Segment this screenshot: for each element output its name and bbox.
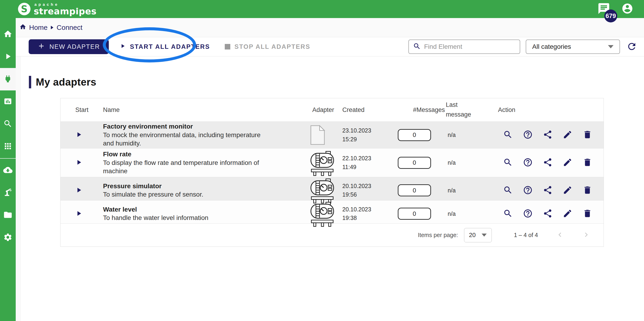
column-header-messages: #Messages xyxy=(398,106,444,114)
help-icon xyxy=(523,157,533,168)
category-filter-select[interactable]: All categories xyxy=(526,40,620,54)
search-input[interactable] xyxy=(424,43,516,50)
sidebar-item-install-elements[interactable] xyxy=(0,159,16,182)
help-button[interactable] xyxy=(523,185,533,196)
messages-count: 0 xyxy=(398,129,431,141)
sidebar-item-connect[interactable] xyxy=(0,68,16,90)
last-message: n/a xyxy=(444,187,495,194)
account-button[interactable] xyxy=(621,3,633,16)
sidebar-item-home[interactable] xyxy=(0,23,16,46)
edit-pencil-icon xyxy=(563,185,572,196)
refresh-button[interactable] xyxy=(626,41,637,53)
title-accent-bar xyxy=(29,76,31,88)
account-circle-icon xyxy=(621,3,633,16)
refresh-icon xyxy=(626,49,637,53)
sidebar-item-dashboard[interactable] xyxy=(0,90,16,113)
sidebar-item-settings[interactable] xyxy=(0,226,16,249)
help-icon xyxy=(523,185,533,196)
messages-count: 0 xyxy=(398,184,431,196)
created-timestamp: 22.10.2023 11:49 xyxy=(338,154,398,171)
logo-apache-text: apache xyxy=(34,3,96,7)
delete-button[interactable] xyxy=(582,130,592,140)
logo-streampipes-text: streampipes xyxy=(34,7,96,16)
last-message: n/a xyxy=(444,159,495,166)
created-timestamp: 20.10.2023 19:56 xyxy=(338,182,398,199)
streampipes-logo-icon: S xyxy=(18,3,30,15)
adapters-table: Start Name Adapter Created #Messages Las… xyxy=(60,98,604,247)
bar-chart-icon xyxy=(3,97,12,107)
cloud-download-icon xyxy=(3,165,12,176)
edit-pencil-icon xyxy=(563,209,572,219)
adapter-description: To display the flow rate and temperature… xyxy=(103,159,268,175)
last-message: n/a xyxy=(444,132,495,138)
edit-button[interactable] xyxy=(563,157,572,168)
help-icon xyxy=(523,130,533,140)
details-button[interactable] xyxy=(503,130,513,140)
trash-icon xyxy=(582,209,592,219)
adapter-name: Flow rate xyxy=(103,150,303,158)
column-header-last-message: Last message xyxy=(444,100,495,120)
plus-icon xyxy=(38,42,45,52)
help-button[interactable] xyxy=(523,209,533,219)
items-per-page-select[interactable]: 20 xyxy=(464,228,492,242)
notifications-button[interactable]: 679 xyxy=(597,2,610,16)
start-adapter-button[interactable] xyxy=(75,186,83,195)
edit-pencil-icon xyxy=(563,130,572,140)
home-icon xyxy=(3,29,12,40)
start-adapter-button[interactable] xyxy=(75,131,83,139)
adapter-name: Water level xyxy=(103,205,303,214)
next-page-button[interactable] xyxy=(582,230,591,240)
search-icon xyxy=(503,185,513,196)
edit-button[interactable] xyxy=(563,209,572,219)
share-icon xyxy=(543,209,552,219)
chevron-down-icon xyxy=(608,45,614,48)
edit-pencil-icon xyxy=(563,157,572,168)
search-icon xyxy=(503,157,513,168)
sidebar-item-pipelines[interactable] xyxy=(0,46,16,68)
start-adapter-button[interactable] xyxy=(75,158,83,167)
play-icon xyxy=(75,186,83,195)
adapter-description: To simulate the pressure of sensor. xyxy=(103,190,268,199)
previous-page-button[interactable] xyxy=(556,230,564,240)
sidebar-item-files[interactable] xyxy=(0,204,16,226)
share-button[interactable] xyxy=(543,185,552,196)
sidebar-item-pipeline-elements[interactable] xyxy=(0,182,16,204)
share-button[interactable] xyxy=(543,130,552,140)
details-button[interactable] xyxy=(503,209,513,219)
new-adapter-button[interactable]: NEW ADAPTER xyxy=(29,39,109,54)
start-adapter-button[interactable] xyxy=(75,210,83,218)
items-per-page-label: Items per page: xyxy=(418,232,458,238)
share-button[interactable] xyxy=(543,157,552,168)
column-header-action: Action xyxy=(495,106,604,114)
edit-button[interactable] xyxy=(563,185,572,196)
play-icon xyxy=(75,131,83,139)
streampipes-logo[interactable]: S apache streampipes xyxy=(18,3,96,16)
sidebar-item-data-explorer[interactable] xyxy=(0,113,16,135)
sidebar-item-apps[interactable] xyxy=(0,135,16,158)
play-icon xyxy=(3,52,12,62)
machine-icon xyxy=(310,173,337,177)
delete-button[interactable] xyxy=(582,209,592,219)
created-timestamp: 23.10.2023 15:29 xyxy=(338,126,398,144)
table-row: Factory environment monitor To mock the … xyxy=(60,121,604,148)
stop-all-adapters-button[interactable]: STOP ALL ADAPTERS xyxy=(225,43,310,50)
column-header-name: Name xyxy=(100,106,303,114)
share-icon xyxy=(543,185,552,196)
details-button[interactable] xyxy=(503,185,513,196)
breadcrumb-separator-icon xyxy=(51,26,53,29)
trash-icon xyxy=(582,185,592,196)
share-button[interactable] xyxy=(543,209,552,219)
help-button[interactable] xyxy=(523,130,533,140)
help-button[interactable] xyxy=(523,157,533,168)
details-button[interactable] xyxy=(503,157,513,168)
delete-button[interactable] xyxy=(582,157,592,168)
machine-icon xyxy=(310,224,337,228)
breadcrumb-home[interactable]: Home xyxy=(29,24,48,32)
start-all-adapters-button[interactable]: START ALL ADAPTERS xyxy=(120,43,210,51)
adapter-toolbar: NEW ADAPTER START ALL ADAPTERS STOP ALL … xyxy=(16,37,644,56)
page-title-block: My adapters xyxy=(29,76,644,88)
table-row: Flow rate To display the flow rate and t… xyxy=(60,148,604,177)
edit-button[interactable] xyxy=(563,130,572,140)
delete-button[interactable] xyxy=(582,185,592,196)
search-icon xyxy=(503,209,513,219)
